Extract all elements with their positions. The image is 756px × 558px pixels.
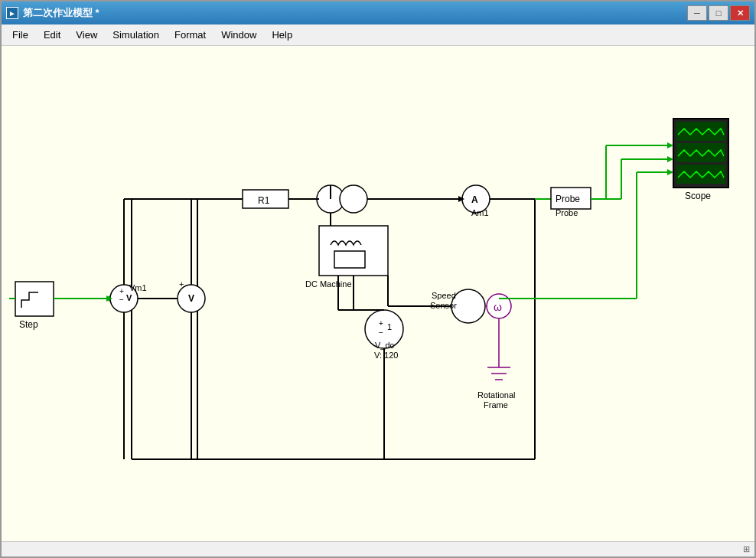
menu-format[interactable]: Format: [167, 26, 213, 44]
ammeter-label: Am1: [471, 208, 489, 217]
svg-text:−: −: [379, 328, 383, 337]
svg-text:A: A: [471, 194, 478, 205]
svg-rect-5: [15, 282, 54, 316]
svg-marker-47: [667, 142, 673, 148]
circuit-diagram: Step + − V Vm1 V + R1: [2, 46, 754, 541]
title-buttons: ─ □ ✕: [687, 5, 750, 21]
step-label: Step: [19, 319, 38, 330]
title-bar-left: ► 第二次作业模型 *: [6, 6, 99, 20]
svg-marker-55: [667, 169, 673, 175]
window-title: 第二次作业模型 *: [23, 6, 99, 20]
menu-view[interactable]: View: [68, 26, 105, 44]
svg-text:V: V: [188, 293, 194, 304]
minimize-button[interactable]: ─: [687, 5, 707, 21]
menu-window[interactable]: Window: [213, 26, 264, 44]
svg-text:+: +: [379, 319, 383, 328]
svg-marker-51: [667, 156, 673, 162]
svg-text:1: 1: [387, 322, 392, 331]
voltmeter1-label: Vm1: [129, 283, 147, 292]
menu-simulation[interactable]: Simulation: [105, 26, 167, 44]
menu-help[interactable]: Help: [264, 26, 300, 44]
app-icon: ►: [6, 7, 18, 19]
simulink-canvas[interactable]: Step + − V Vm1 V + R1: [2, 46, 754, 541]
speed-sensor-label1: Speed: [432, 291, 456, 300]
probe-sublabel: Probe: [556, 208, 578, 217]
svg-rect-22: [334, 251, 365, 268]
status-icon: ⊞: [743, 544, 750, 554]
dc-machine-label: DC Machine: [305, 279, 352, 289]
svg-text:ω: ω: [494, 301, 502, 313]
status-bar: ⊞: [2, 541, 754, 556]
r1-label: R1: [258, 195, 270, 206]
probe-label: Probe: [556, 194, 580, 204]
menu-file[interactable]: File: [5, 26, 36, 44]
svg-text:V: V: [126, 293, 132, 302]
maximize-button[interactable]: □: [709, 5, 728, 21]
vdc-value: V: 120: [374, 351, 398, 360]
main-window: ► 第二次作业模型 * ─ □ ✕ File Edit View Simulat…: [0, 0, 756, 558]
menu-edit[interactable]: Edit: [36, 26, 68, 44]
scope-label: Scope: [685, 191, 711, 201]
svg-text:−: −: [119, 295, 124, 304]
close-button[interactable]: ✕: [730, 5, 750, 21]
menu-bar: File Edit View Simulation Format Window …: [2, 24, 754, 46]
svg-point-20: [340, 185, 367, 213]
rotational-frame-label2: Frame: [484, 400, 508, 410]
rotational-frame-label1: Rotational: [477, 390, 516, 400]
title-bar: ► 第二次作业模型 * ─ □ ✕: [2, 2, 754, 24]
voltmeter2-top-label: +: [179, 279, 184, 289]
svg-text:+: +: [119, 287, 124, 295]
